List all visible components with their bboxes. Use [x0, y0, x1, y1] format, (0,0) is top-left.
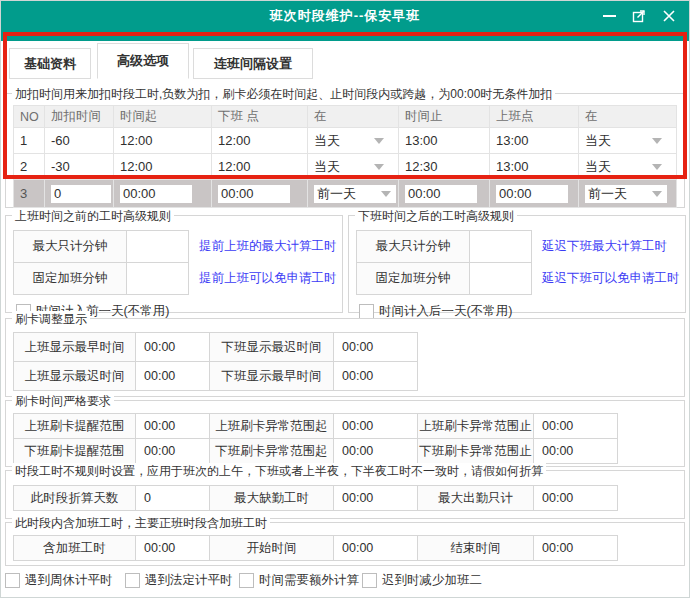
max-count-minutes-input[interactable]: [127, 231, 188, 262]
late-reduce-overtime-label: 迟到时减少加班二: [382, 572, 482, 589]
deduct-input[interactable]: [51, 185, 111, 203]
cell-at-dropdown[interactable]: 当天: [579, 128, 677, 154]
cell-off-point[interactable]: 12:00: [212, 154, 308, 180]
contains-overtime-label: 含加班工时: [14, 536, 136, 561]
cell-time-end[interactable]: 13:00: [399, 128, 490, 154]
at-value: 当天: [585, 132, 611, 150]
on-remind-range-value[interactable]: 00:00: [136, 414, 210, 439]
cell-no: 1: [14, 128, 45, 154]
titlebar: 班次时段维护--保安早班: [1, 1, 689, 31]
col-time-start: 时间起: [114, 106, 212, 128]
max-count-minutes-label: 最大只计分钟: [357, 231, 470, 263]
cell-deduct[interactable]: -60: [45, 128, 114, 154]
max-attendance-count-value[interactable]: 00:00: [534, 486, 618, 511]
overtime-contained-table: 含加班工时 00:00 开始时间 00:00 结束时间 00:00: [13, 535, 618, 561]
titlebar-strip: [1, 31, 689, 41]
hint-late-no-apply: 延迟下班可以免申请工时: [542, 262, 680, 294]
cell-time-end[interactable]: 12:30: [399, 154, 490, 180]
minimize-button[interactable]: [597, 4, 621, 28]
cell-deduct-input-wrap: [45, 180, 114, 208]
tabbar: 基础资料 高级选项 连班间隔设置: [1, 41, 689, 79]
chevron-down-icon: [652, 164, 662, 170]
cell-on-point[interactable]: 13:00: [490, 128, 579, 154]
hint-early-no-apply: 提前上班可以免申请工时: [199, 262, 337, 294]
swipe-strict-table: 上班刷卡提醒范围 00:00 上班刷卡异常范围起 00:00 上班刷卡异常范围止…: [13, 413, 618, 464]
cell-off-point[interactable]: 12:00: [212, 128, 308, 154]
at-dropdown[interactable]: 前一天: [314, 185, 396, 203]
fixed-overtime-minutes-label: 固定加班分钟: [14, 263, 127, 295]
statutory-normal-checkbox[interactable]: [125, 573, 140, 588]
cell-on-input-wrap: [490, 180, 579, 208]
hint-late-max-hours: 延迟下班最大计算工时: [542, 230, 680, 262]
late-reduce-overtime-option: 迟到时减少加班二: [362, 572, 482, 589]
on-abnormal-start-value[interactable]: 00:00: [334, 414, 418, 439]
col-off-point: 下班 点: [212, 106, 308, 128]
cell-time-start[interactable]: 12:00: [114, 154, 212, 180]
table-edit-row[interactable]: 3 前一天 前一天: [14, 180, 677, 208]
irregular-hours-title: 时段工时不规则时设置，应用于班次的上午，下班或者上半夜，下半夜工时不一致时，请假…: [12, 463, 546, 480]
col-time-end: 时间止: [399, 106, 490, 128]
col-no: NO: [14, 106, 45, 128]
max-count-minutes-input[interactable]: [470, 231, 531, 262]
off-point-input[interactable]: [218, 185, 290, 203]
off-remind-range-value[interactable]: 00:00: [136, 439, 210, 464]
extra-calculation-label: 时间需要额外计算: [259, 572, 359, 589]
col-on-point: 上班点: [490, 106, 579, 128]
count-next-day-checkbox[interactable]: [359, 304, 374, 319]
max-attendance-count-label: 最大出勤只计: [418, 486, 534, 511]
tab-advanced-options[interactable]: 高级选项: [97, 43, 189, 79]
cell-time-start[interactable]: 12:00: [114, 128, 212, 154]
time-end-input[interactable]: [405, 185, 477, 203]
tab-shift-interval-settings[interactable]: 连班间隔设置: [193, 48, 313, 79]
weekly-rest-normal-label: 遇到周休计平时: [25, 572, 113, 589]
start-time-value[interactable]: 00:00: [334, 536, 418, 561]
chevron-down-icon: [381, 191, 391, 197]
max-absence-hours-value[interactable]: 00:00: [334, 486, 418, 511]
end-time-value[interactable]: 00:00: [534, 536, 618, 561]
on-remind-range-label: 上班刷卡提醒范围: [14, 414, 136, 439]
cell-on-point[interactable]: 13:00: [490, 154, 579, 180]
tab-basic-info[interactable]: 基础资料: [9, 48, 91, 79]
cell-at-dropdown[interactable]: 当天: [308, 128, 399, 154]
statutory-normal-label: 遇到法定计平时: [145, 572, 233, 589]
off-abnormal-start-value[interactable]: 00:00: [334, 439, 418, 464]
off-abnormal-end-value[interactable]: 00:00: [534, 439, 618, 464]
table-header-row: NO 加扣时间 时间起 下班 点 在 时间止 上班点 在: [14, 106, 677, 128]
on-abnormal-end-value[interactable]: 00:00: [534, 414, 618, 439]
col-at-2: 在: [579, 106, 677, 128]
max-count-minutes-cell: [470, 231, 532, 263]
on-point-input[interactable]: [496, 185, 568, 203]
at-value: 前一天: [317, 185, 356, 203]
fixed-overtime-minutes-input[interactable]: [470, 263, 531, 294]
cell-at-dropdown[interactable]: 当天: [308, 154, 399, 180]
at-dropdown[interactable]: 前一天: [585, 185, 667, 203]
table-row[interactable]: 1 -60 12:00 12:00 当天 13:00 13:00 当天: [14, 128, 677, 154]
swipe-strict-title: 刷卡时间严格要求: [12, 393, 114, 410]
off-remind-range-label: 下班刷卡提醒范围: [14, 439, 136, 464]
shift-period-maintenance-window: 班次时段维护--保安早班 基础资料 高级选项 连班间隔设置: [0, 0, 690, 598]
overtime-contained-title: 此时段内含加班工时，主要正班时段含加班工时: [12, 515, 270, 532]
time-start-input[interactable]: [120, 185, 192, 203]
fixed-overtime-minutes-input[interactable]: [127, 263, 188, 294]
close-button[interactable]: [657, 4, 681, 28]
latest-off-display-label: 下班显示最迟时间: [210, 333, 334, 362]
after-work-rules-table: 最大只计分钟 固定加班分钟: [356, 230, 532, 295]
latest-on-display-value[interactable]: 00:00: [136, 362, 210, 391]
maximize-button[interactable]: [627, 4, 651, 28]
table-row[interactable]: 2 -30 12:00 12:00 当天 12:30 13:00 当天: [14, 154, 677, 180]
end-time-label: 结束时间: [418, 536, 534, 561]
latest-off-display-value[interactable]: 00:00: [334, 333, 418, 362]
contains-overtime-value[interactable]: 00:00: [136, 536, 210, 561]
convert-days-value[interactable]: 0: [136, 486, 210, 511]
earliest-on-display-label: 上班显示最早时间: [14, 333, 136, 362]
late-reduce-overtime-checkbox[interactable]: [362, 573, 377, 588]
window-title: 班次时段维护--保安早班: [270, 7, 421, 25]
latest-on-display-label: 上班显示最迟时间: [14, 362, 136, 391]
cell-at-dropdown[interactable]: 当天: [579, 154, 677, 180]
extra-calculation-checkbox[interactable]: [239, 573, 254, 588]
earliest-off-display-value[interactable]: 00:00: [334, 362, 418, 391]
maximize-icon: [631, 8, 647, 24]
weekly-rest-normal-checkbox[interactable]: [5, 573, 20, 588]
cell-deduct[interactable]: -30: [45, 154, 114, 180]
earliest-on-display-value[interactable]: 00:00: [136, 333, 210, 362]
